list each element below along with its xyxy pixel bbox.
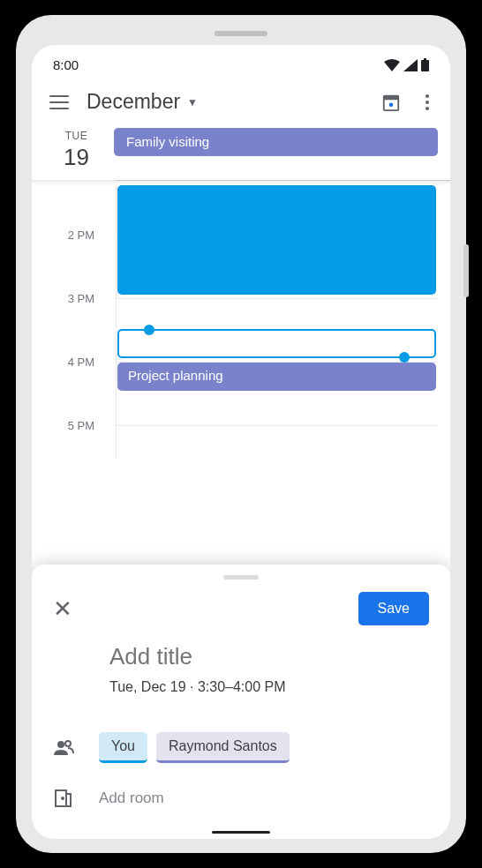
room-row[interactable]: Add room <box>32 775 450 821</box>
month-label: December <box>87 90 180 114</box>
month-selector[interactable]: December ▼ <box>87 90 364 114</box>
svg-rect-1 <box>424 58 426 60</box>
wifi-icon <box>384 59 400 71</box>
speaker-grille <box>215 31 267 36</box>
signal-icon <box>403 59 418 71</box>
menu-icon[interactable] <box>49 95 69 109</box>
svg-point-6 <box>65 741 71 746</box>
resize-handle-top[interactable] <box>144 325 154 335</box>
phone-frame: 8:00 December ▼ <box>16 15 466 853</box>
chip-guest[interactable]: Raymond Santos <box>156 732 290 763</box>
time-label: 5 PM <box>32 419 107 432</box>
time-label: 3 PM <box>32 292 107 305</box>
chip-you[interactable]: You <box>99 732 147 763</box>
new-event-slot[interactable] <box>117 329 436 358</box>
allday-event[interactable]: Family visiting <box>114 128 438 156</box>
more-icon[interactable] <box>422 91 433 114</box>
calendar-grid[interactable]: 2 PM 3 PM 4 PM 5 PM Project planning <box>32 185 450 459</box>
time-label: 4 PM <box>32 355 107 369</box>
room-icon <box>53 788 74 809</box>
day-number: 19 <box>39 144 114 171</box>
home-indicator[interactable] <box>212 831 270 834</box>
sheet-drag-handle[interactable] <box>223 575 259 580</box>
resize-handle-bottom[interactable] <box>399 352 410 363</box>
svg-rect-0 <box>421 60 429 71</box>
event-datetime[interactable]: Tue, Dec 19 · 3:30–4:00 PM <box>109 679 429 695</box>
calendar-today-icon[interactable] <box>381 93 401 112</box>
day-column[interactable]: TUE 19 <box>39 126 114 180</box>
calendar-event-blue[interactable] <box>117 185 436 295</box>
event-title-input[interactable] <box>109 643 429 670</box>
screen: 8:00 December ▼ <box>32 45 450 839</box>
svg-point-5 <box>57 741 64 748</box>
guests-row[interactable]: You Raymond Santos <box>32 720 450 775</box>
status-time: 8:00 <box>53 57 79 72</box>
time-label: 2 PM <box>32 228 107 242</box>
close-icon[interactable]: ✕ <box>53 595 72 623</box>
battery-icon <box>421 58 429 71</box>
day-header: TUE 19 Family visiting <box>32 126 450 180</box>
chevron-down-icon: ▼ <box>187 96 198 108</box>
status-icons <box>384 58 429 71</box>
event-create-sheet: ✕ Save Tue, Dec 19 · 3:30–4:00 PM You Ra… <box>32 565 450 839</box>
status-bar: 8:00 <box>32 45 450 81</box>
svg-point-4 <box>389 102 394 107</box>
people-icon <box>53 737 74 759</box>
svg-rect-3 <box>384 95 399 100</box>
add-room-label: Add room <box>99 789 164 807</box>
calendar-event-project[interactable]: Project planning <box>117 363 436 391</box>
app-header: December ▼ <box>32 81 450 126</box>
day-name: TUE <box>39 130 114 142</box>
side-button <box>463 244 469 297</box>
svg-point-8 <box>62 797 64 799</box>
save-button[interactable]: Save <box>358 592 429 625</box>
